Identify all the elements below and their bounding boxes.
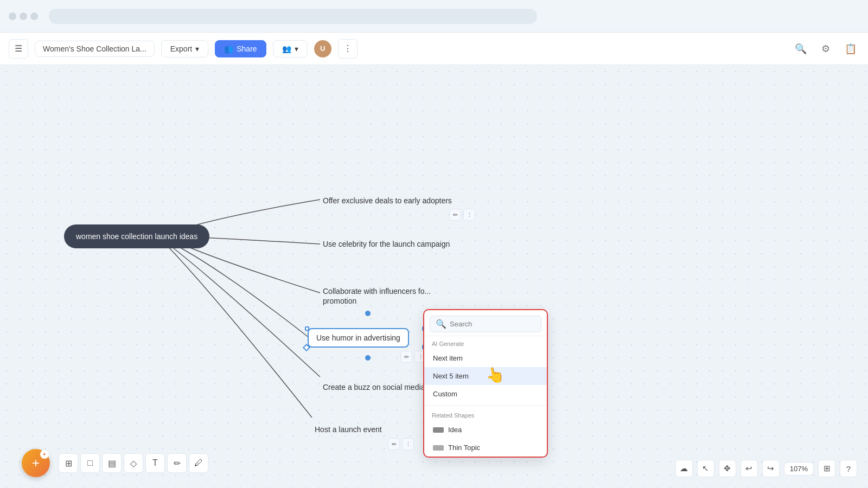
- chevron-down-icon: ▾: [195, 44, 199, 53]
- bottom-right-toolbar: ☁ ↖ ✥ ↩ ↪ 107% ⊞ ?: [675, 460, 857, 477]
- tool-diamond[interactable]: ◇: [124, 453, 143, 473]
- search-input[interactable]: [450, 320, 535, 328]
- menu-button[interactable]: ☰: [9, 39, 28, 59]
- edit-tool-4[interactable]: ✏: [400, 351, 412, 363]
- cloud-icon[interactable]: ☁: [675, 460, 693, 477]
- tool-copy[interactable]: ⊞: [59, 453, 78, 473]
- dropdown-item-thin-topic[interactable]: Thin Topic: [424, 439, 547, 457]
- select-icon[interactable]: ↖: [697, 460, 714, 477]
- idea-shape-icon: [433, 427, 444, 433]
- collaborators-icon: 👥: [282, 44, 291, 53]
- branch-node-4-text: Use humor in advertising: [316, 333, 400, 342]
- export-label: Export: [170, 44, 192, 53]
- search-icon: 🔍: [436, 319, 446, 329]
- branch-node-5[interactable]: Create a buzz on social media...: [323, 381, 431, 394]
- zoom-level: 107%: [790, 465, 808, 473]
- search-header-icon[interactable]: 🔍: [792, 40, 809, 57]
- pan-icon[interactable]: ✥: [719, 460, 736, 477]
- handle-dot-bottom[interactable]: [365, 355, 371, 361]
- dropdown-divider: [424, 405, 547, 406]
- more-button[interactable]: ⋮: [338, 39, 358, 59]
- doc-title[interactable]: Women's Shoe Collection La...: [35, 41, 155, 57]
- url-bar[interactable]: [49, 9, 537, 24]
- fab-add-button[interactable]: + ✦: [22, 449, 50, 477]
- fab-plus-icon: +: [32, 455, 40, 471]
- traffic-light-close[interactable]: [9, 12, 16, 20]
- ai-dropdown-menu: 🔍 AI Generate Next item Next 5 item Cust…: [423, 309, 548, 458]
- share-button[interactable]: 👥 Share: [215, 40, 266, 57]
- more-tool-1[interactable]: ⋮: [463, 209, 475, 221]
- more-tool-6[interactable]: ⋮: [402, 438, 414, 450]
- help-icon[interactable]: ?: [840, 460, 857, 477]
- tool-rect[interactable]: □: [80, 453, 100, 473]
- related-section-label: Related Shapes: [424, 408, 547, 421]
- menu-icon: ☰: [15, 43, 22, 54]
- traffic-light-minimize[interactable]: [20, 12, 27, 20]
- dropdown-item-next-5-item[interactable]: Next 5 item: [424, 367, 547, 385]
- thin-topic-shape-icon: [433, 445, 444, 451]
- bottom-toolbar: + ✦ ⊞ □ ▤ ◇ T ✏ 🖊: [22, 449, 208, 477]
- search-field-wrapper: 🔍: [430, 316, 541, 332]
- branch-node-2[interactable]: Use celebrity for the launch campaign: [323, 237, 450, 251]
- app-header: ☰ Women's Shoe Collection La... Export ▾…: [0, 33, 868, 65]
- idea-label: Idea: [448, 426, 462, 434]
- tool-pen[interactable]: ✏: [167, 453, 187, 473]
- center-node[interactable]: women shoe collection launch ideas: [64, 224, 209, 248]
- redo-icon[interactable]: ↪: [762, 460, 780, 477]
- grid-icon[interactable]: ⊞: [818, 460, 835, 477]
- traffic-lights: [9, 12, 38, 20]
- avatar[interactable]: U: [314, 40, 331, 57]
- share-label: Share: [237, 44, 257, 53]
- tool-marker[interactable]: 🖊: [189, 453, 208, 473]
- dropdown-search-container: 🔍: [424, 310, 547, 336]
- zoom-control[interactable]: 107%: [784, 462, 814, 476]
- header-right: 🔍 ⚙ 📋: [792, 40, 859, 57]
- handle-dot-top[interactable]: [365, 311, 371, 316]
- branch-node-1[interactable]: Offer exclusive deals to early adopters: [323, 194, 452, 207]
- fab-badge: ✦: [40, 450, 49, 459]
- branch-node-3b[interactable]: promotion: [323, 294, 356, 307]
- undo-icon[interactable]: ↩: [741, 460, 758, 477]
- traffic-light-maximize[interactable]: [30, 12, 38, 20]
- node-toolbar-1: ✏ ⋮: [449, 209, 475, 221]
- dropdown-item-custom[interactable]: Custom: [424, 385, 547, 403]
- edit-tool-1[interactable]: ✏: [449, 209, 461, 221]
- edit-tool-6[interactable]: ✏: [388, 438, 400, 450]
- branch-node-6[interactable]: Host a launch event: [315, 423, 382, 436]
- canvas-area[interactable]: women shoe collection launch ideas Offer…: [0, 65, 868, 488]
- node-toolbar-4: ✏ ⋮: [400, 351, 426, 363]
- tool-table[interactable]: ▤: [102, 453, 122, 473]
- more-icon: ⋮: [343, 43, 352, 54]
- branch-node-4[interactable]: Use humor in advertising: [308, 328, 409, 348]
- thin-topic-label: Thin Topic: [448, 444, 480, 452]
- chevron-down-icon2: ▾: [295, 44, 298, 53]
- share-icon: 👥: [224, 44, 233, 53]
- ai-section-label: AI Generate: [424, 336, 547, 349]
- tool-text[interactable]: T: [145, 453, 165, 473]
- doc-header-icon[interactable]: 📋: [842, 40, 859, 57]
- collaborators-button[interactable]: 👥 ▾: [273, 40, 308, 57]
- title-bar: [0, 0, 868, 33]
- dropdown-item-next-item[interactable]: Next item: [424, 349, 547, 367]
- export-button[interactable]: Export ▾: [161, 40, 208, 57]
- dropdown-item-idea[interactable]: Idea: [424, 421, 547, 439]
- settings-header-icon[interactable]: ⚙: [817, 40, 834, 57]
- node-toolbar-6: ✏ ⋮: [388, 438, 414, 450]
